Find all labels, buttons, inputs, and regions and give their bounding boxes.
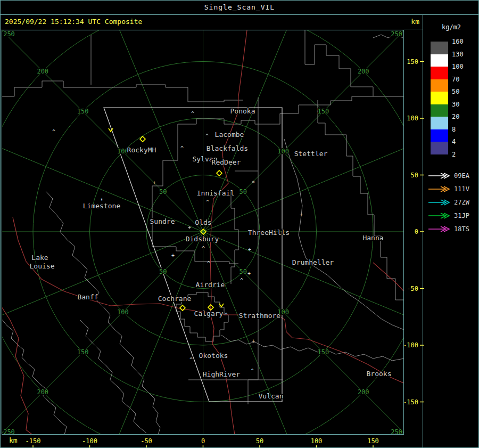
town-label-ponoka: Ponoka [230, 107, 255, 115]
town-label-drumheller: Drumheller [292, 258, 334, 266]
site-marker-icon: ^ [207, 260, 210, 266]
site-marker-icon: + [252, 338, 255, 344]
county-boundary-line [152, 247, 238, 264]
azimuth-line [1, 118, 203, 232]
right-axis-label: -100 [404, 341, 418, 349]
status-bar: 2025/09/22 15:12:34 UTC Composite km [1, 15, 423, 29]
legend-swatch [431, 42, 448, 54]
town-label-louise: Louise [30, 262, 55, 270]
range-ring-label: 250 [391, 30, 402, 38]
range-ring-label: 50 [240, 188, 247, 196]
range-ring-label: 150 [77, 348, 89, 356]
town-label-threehills: ThreeHills [248, 229, 290, 237]
range-ring-label: 50 [240, 268, 247, 275]
town-label-vulcan: Vulcan [259, 392, 284, 400]
site-marker-icon: ^ [205, 133, 209, 139]
legend-unit-label: kg/m2 [423, 23, 479, 31]
map-layers: 5050505010010010010015015015015020020020… [1, 30, 404, 435]
legend-scale-value: 100 [452, 62, 475, 71]
azimuth-line [203, 232, 405, 346]
county-boundary-line [2, 81, 243, 102]
town-label-brooks: Brooks [367, 370, 392, 378]
town-label-sundre: Sundre [150, 217, 175, 225]
site-marker-icon: ^ [240, 278, 243, 283]
site-marker-icon: ^ [251, 368, 254, 374]
county-boundary-line [305, 30, 373, 96]
range-ring-label: 200 [37, 68, 48, 75]
legend-scale-value: 30 [452, 100, 475, 109]
site-marker-icon: ^ [202, 246, 205, 251]
window-title: Single_Scan_VIL [204, 3, 275, 11]
site-marker-icon: + [300, 212, 303, 218]
bottom-axis-label: 150 [367, 437, 379, 445]
site-marker-icon: * [252, 180, 255, 186]
town-label-cochrane: Cochrane [158, 295, 192, 303]
bottom-axis-label: 50 [256, 437, 263, 445]
site-marker-icon: + [188, 225, 191, 231]
town-label-stettler: Stettler [294, 150, 328, 158]
legend-scale-value: 160 [452, 37, 475, 46]
bottom-axis-label: 0 [201, 437, 205, 445]
range-ring-label: 100 [117, 308, 129, 316]
town-label-banff: Banff [77, 293, 98, 301]
legend-swatch [431, 79, 448, 92]
town-label-hanna: Hanna [362, 234, 383, 242]
right-axis-label: 100 [407, 115, 418, 122]
right-axis-label: -150 [404, 398, 418, 406]
bottom-axis-unit-label: km [9, 436, 18, 444]
storm-marker-diamond-icon [217, 170, 222, 176]
highway-line [373, 263, 403, 291]
town-label-reddeer: RedDeer [212, 158, 241, 166]
legend-swatch [431, 104, 448, 117]
radar-map-canvas[interactable]: 5050505010010010010015015015015020020020… [1, 30, 404, 435]
bottom-axis-label: 100 [311, 437, 323, 445]
legend-storm-vectors: 09EA111V27ZW31JP18TS [423, 168, 479, 240]
county-boundary-line [318, 100, 404, 300]
site-marker-icon: ^ [189, 357, 193, 363]
legend-scale-value: 4 [452, 137, 475, 146]
town-label-lacombe: Lacombe [215, 131, 244, 139]
range-ring-label: 200 [358, 388, 369, 396]
range-ring-label: 150 [318, 108, 329, 115]
legend-swatch [431, 117, 448, 129]
range-ring-label: 200 [358, 68, 369, 75]
town-label-blackfalds: Blackfalds [207, 144, 248, 152]
legend-panel: kg/m2 16013010070503020842 09EA111V27ZW3… [423, 15, 479, 448]
right-axis-label: -50 [407, 285, 418, 292]
legend-swatch [431, 92, 448, 104]
radar-application-window: Single_Scan_VIL 2025/09/22 15:12:34 UTC … [0, 0, 479, 448]
town-label-olds: Olds [195, 218, 211, 226]
bottom-axis-label: -100 [82, 437, 97, 445]
bottom-axis: -150-100-50050100150 [1, 435, 404, 448]
site-marker-icon: + [171, 252, 175, 258]
range-ring-label: 50 [159, 188, 167, 196]
county-boundary-line [284, 139, 404, 330]
legend-swatch [431, 54, 448, 67]
range-ring-label: 100 [277, 148, 289, 155]
site-marker-icon: ^ [180, 145, 184, 151]
vector-id-label: 18TS [454, 225, 469, 233]
storm-marker-diamond-icon [180, 305, 185, 311]
site-marker-icon: ^ [225, 312, 228, 318]
site-marker-icon: + [247, 271, 251, 276]
legend-scale-value: 20 [452, 112, 475, 121]
county-boundary-line [46, 191, 160, 435]
town-label-rockymh: RockyMH [127, 146, 156, 154]
county-boundary-line [152, 124, 178, 247]
bottom-axis-label: -150 [26, 437, 41, 445]
legend-scale-value: 130 [452, 50, 475, 59]
site-marker-icon: ^ [191, 111, 194, 117]
town-label-calgary: Calgary [194, 309, 224, 317]
vector-id-label: 09EA [454, 172, 470, 180]
site-marker-icon: ^ [52, 129, 55, 135]
town-label-okotoks: Okotoks [199, 352, 228, 360]
town-label-airdrie: Airdrie [196, 281, 225, 289]
site-marker-icon: + [248, 247, 251, 252]
right-axis: 150100500-50-100-150 [404, 30, 426, 435]
legend-swatch [431, 129, 448, 142]
range-ring-label: 150 [318, 348, 329, 356]
town-label-lake: Lake [31, 254, 48, 262]
site-marker-icon: ^ [206, 199, 209, 205]
legend-swatch [431, 67, 448, 79]
legend-scale-value: 8 [452, 125, 475, 134]
